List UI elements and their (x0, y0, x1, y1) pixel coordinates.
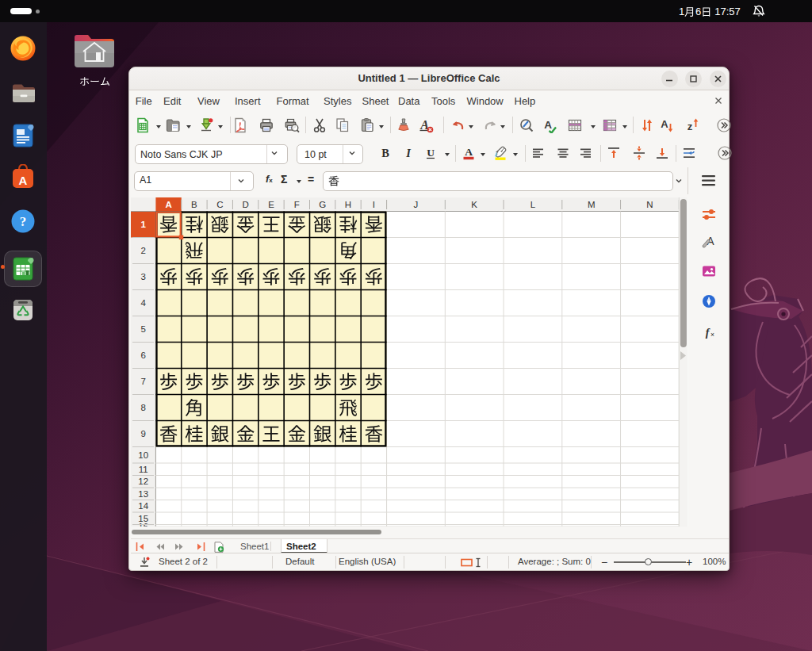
svg-text:A: A (465, 146, 473, 158)
svg-text:7: 7 (140, 377, 145, 386)
svg-text:6: 6 (140, 350, 145, 360)
svg-text:A: A (661, 118, 668, 130)
svg-text:A: A (19, 174, 28, 187)
svg-text:L: L (530, 200, 536, 209)
svg-text:I: I (373, 200, 375, 209)
svg-text:11: 11 (139, 465, 148, 474)
svg-text:8: 8 (140, 403, 145, 412)
svg-text:4: 4 (140, 298, 146, 308)
svg-text:U: U (427, 147, 435, 159)
svg-text:K: K (471, 200, 477, 209)
svg-text:A: A (544, 119, 552, 131)
svg-text:M: M (588, 200, 596, 209)
svg-text:D: D (242, 200, 248, 209)
svg-text:C: C (216, 200, 223, 209)
svg-text:f: f (706, 327, 710, 339)
svg-text:G: G (319, 200, 326, 209)
svg-text:B: B (381, 147, 389, 159)
svg-text:1: 1 (140, 220, 146, 229)
svg-text:N: N (646, 200, 653, 209)
svg-text:14: 14 (138, 501, 148, 511)
svg-text:9: 9 (140, 429, 145, 438)
svg-text:F: F (294, 200, 300, 209)
svg-text:13: 13 (138, 489, 148, 499)
svg-text:5: 5 (140, 324, 145, 334)
svg-text:E: E (268, 200, 274, 209)
svg-text:J: J (414, 200, 419, 209)
svg-text:?: ? (20, 214, 27, 229)
svg-text:B: B (191, 200, 197, 209)
svg-text:3: 3 (140, 272, 145, 281)
svg-text:z: z (688, 121, 693, 132)
svg-text:10: 10 (138, 450, 148, 460)
svg-text:×: × (710, 331, 714, 339)
svg-text:H: H (345, 200, 351, 209)
svg-text:I: I (406, 147, 412, 159)
svg-text:A: A (165, 200, 171, 209)
svg-text:2: 2 (140, 246, 145, 255)
svg-text:12: 12 (138, 477, 148, 486)
